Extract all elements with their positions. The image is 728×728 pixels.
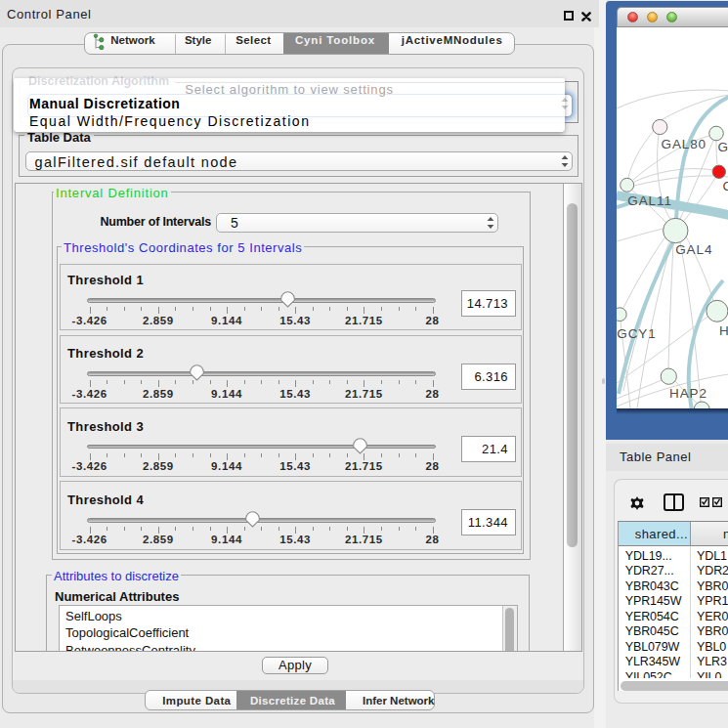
svg-text:H: H	[719, 323, 728, 338]
svg-text:HAP2: HAP2	[669, 386, 707, 401]
svg-text:GAL4: GAL4	[675, 242, 712, 257]
svg-text:C: C	[723, 179, 728, 193]
svg-text:GA: GA	[718, 140, 728, 154]
svg-text:GAL11: GAL11	[627, 193, 672, 208]
svg-text:GAL80: GAL80	[662, 137, 707, 151]
svg-text:GCY1: GCY1	[617, 326, 656, 341]
